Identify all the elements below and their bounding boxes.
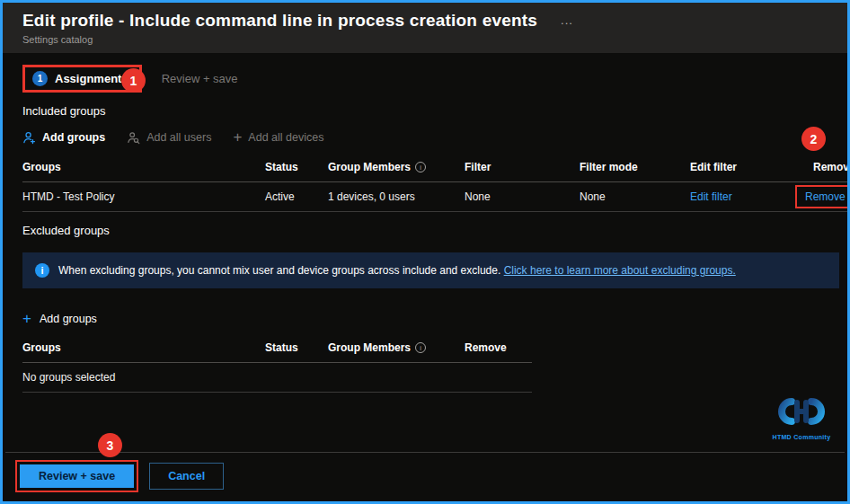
review-save-button[interactable]: Review + save (20, 464, 134, 488)
empty-state-text: No groups selected (22, 363, 532, 393)
footer-bar: Review + save Cancel (5, 452, 845, 499)
col-groups: Groups (22, 156, 265, 182)
remove-link[interactable]: Remove (805, 190, 846, 203)
col-remove: Remove (795, 156, 850, 182)
exclusion-info-banner: When excluding groups, you cannot mix us… (22, 252, 839, 288)
included-groups-heading: Included groups (22, 104, 839, 118)
remove-annotation-box: Remove (795, 185, 850, 208)
col-filter-mode: Filter mode (580, 156, 690, 182)
info-icon (35, 263, 49, 278)
add-all-devices-button[interactable]: + Add all devices (233, 131, 323, 144)
edit-profile-pane: Edit profile - Include command line in p… (0, 0, 850, 504)
plus-icon: + (22, 313, 31, 325)
annotation-badge-2: 2 (801, 127, 826, 151)
annotation-badge-3: 3 (98, 433, 122, 457)
person-search-icon (127, 131, 140, 145)
plus-icon: + (233, 131, 242, 144)
htmd-logo-icon (770, 395, 833, 429)
htmd-community-logo: HTMD Community (766, 395, 837, 440)
excluded-add-groups-label: Add groups (40, 313, 97, 325)
cell-status: Active (265, 182, 328, 212)
add-all-devices-label: Add all devices (248, 131, 323, 144)
tab-review-save[interactable]: Review + save (162, 72, 238, 85)
add-all-users-button[interactable]: Add all users (127, 131, 211, 145)
tab-assignments-label: Assignments (55, 72, 128, 85)
col-remove: Remove (465, 337, 532, 363)
col-edit-filter: Edit filter (690, 156, 795, 182)
col-group-members: Group Members (328, 156, 465, 182)
banner-learn-more-link[interactable]: Click here to learn more about excluding… (504, 264, 736, 277)
add-groups-label: Add groups (42, 131, 105, 144)
excluded-groups-table: Groups Status Group Members Remove No gr… (22, 337, 532, 393)
cell-filter-mode: None (580, 182, 690, 212)
cancel-button[interactable]: Cancel (149, 463, 224, 490)
page-subtitle: Settings catalog (22, 34, 828, 45)
col-group-members: Group Members (328, 337, 465, 363)
banner-text: When excluding groups, you cannot mix us… (58, 264, 504, 277)
page-title: Edit profile - Include command line in p… (22, 11, 537, 31)
cell-group-members: 1 devices, 0 users (328, 182, 465, 212)
titlebar: Edit profile - Include command line in p… (3, 3, 847, 53)
more-options-icon[interactable]: ... (561, 13, 573, 27)
col-status: Status (265, 156, 328, 182)
htmd-logo-text: HTMD Community (766, 434, 837, 440)
col-status: Status (265, 337, 328, 363)
info-icon (415, 162, 426, 172)
edit-filter-link[interactable]: Edit filter (690, 190, 732, 203)
cell-group-name: HTMD - Test Policy (22, 182, 265, 212)
excluded-add-groups-button[interactable]: + Add groups (22, 310, 839, 328)
person-add-icon (22, 131, 36, 145)
review-save-annotation-box: Review + save (15, 460, 138, 492)
add-groups-button[interactable]: Add groups (22, 131, 105, 145)
col-groups: Groups (22, 337, 265, 363)
step-number-icon: 1 (32, 71, 48, 86)
cell-filter: None (465, 182, 580, 212)
annotation-badge-1: 1 (121, 68, 146, 93)
excluded-groups-heading: Excluded groups (22, 224, 839, 237)
included-groups-actions: Add groups Add all users + Add all devic… (22, 128, 839, 147)
info-icon (415, 342, 426, 353)
add-all-users-label: Add all users (146, 131, 211, 144)
col-filter: Filter (465, 156, 580, 182)
included-groups-table: Groups Status Group Members Filter Filte… (22, 156, 839, 212)
